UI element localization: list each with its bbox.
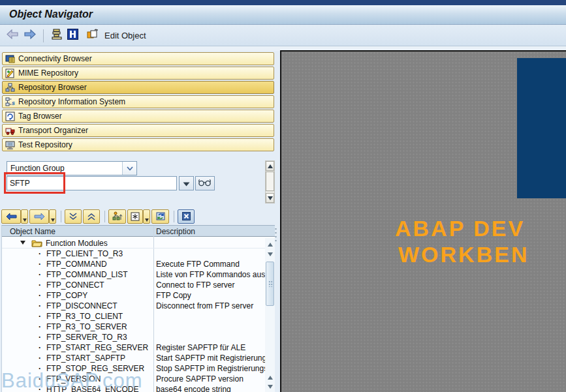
scroll-down-icon[interactable] [266,383,274,391]
table-header: Object Name Description [2,226,275,237]
splitter-handle[interactable] [274,227,277,244]
browser-button-transport[interactable]: Transport Organizer [2,124,274,137]
column-header-object-name[interactable]: Object Name [10,227,55,236]
value-help-button[interactable] [179,176,194,190]
table-row[interactable]: ·FTP_STOP_REG_SERVERStop SAPFTP im Regis… [2,363,275,374]
tree-forward-button[interactable] [29,209,49,224]
table-row[interactable]: ·HTTP_BASE64_ENCODEbase64 encode string [2,384,275,392]
object-name-cell[interactable]: FTP_COPY [46,291,152,300]
workbench-canvas: ABAP DEV WORKBEN [280,50,566,392]
forward-icon [34,213,45,220]
object-name-cell[interactable]: FTP_START_REG_SERVER [46,343,152,352]
tree-back-button[interactable] [1,209,21,224]
table-row[interactable]: ·FTP_R3_TO_SERVER [2,322,275,332]
hierarchy-button[interactable] [108,209,126,224]
object-name-cell[interactable]: FTP_CONNECT [46,280,152,290]
table-row[interactable]: ·FTP_SERVER_TO_R3 [2,332,275,342]
browser-button-label: MIME Repository [18,68,78,78]
collapse-all-icon [87,212,96,221]
object-name-cell[interactable]: FTP_COMMAND [46,260,152,269]
display-button[interactable] [195,176,215,190]
table-row[interactable]: ·FTP_VERSIONProcure SAPFTP version [2,374,275,384]
bullet-icon: · [39,291,41,300]
table-row[interactable]: ·FTP_CONNECTConnect to FTP server [2,280,275,290]
forward-icon[interactable] [24,29,36,42]
tree-group-row[interactable]: Function Modules [2,237,275,249]
close-browser-button[interactable] [178,209,195,224]
collapse-all-button[interactable] [83,209,100,224]
tree-scrollbar[interactable] [265,238,275,392]
annotation-highlight [4,172,65,194]
browser-button-label: Tag Browser [18,112,62,121]
table-row[interactable]: ·FTP_COPYFTP Copy [2,290,275,301]
collapse-caret-icon[interactable] [20,241,25,245]
object-name-cell[interactable]: FTP_COMMAND_LIST [46,270,152,279]
edit-object-icon[interactable] [87,29,99,42]
table-row[interactable]: ·FTP_COMMANDExecute FTP Command [2,259,275,269]
browser-button-repository-infosystem[interactable]: s Repository Information System [2,95,274,108]
toolbar-separator [174,211,174,222]
object-name-cell[interactable]: FTP_SERVER_TO_R3 [46,333,152,342]
tree-toolbar [1,207,275,225]
banner-text-line2: WORKBEN [398,242,529,267]
bullet-icon: · [39,301,41,310]
open-folder-icon [31,239,43,247]
history-icon[interactable] [67,29,78,42]
edit-object-button[interactable]: Edit Object [104,31,146,40]
scroll-up-icon[interactable] [266,241,274,249]
object-name-cell[interactable]: FTP_R3_TO_CLIENT [46,312,152,321]
scrollbar-thumb[interactable] [266,172,274,191]
refresh-icon [155,211,166,221]
scrollbar-thumb[interactable] [266,262,274,306]
table-row[interactable]: ·FTP_COMMAND_LISTListe von FTP Kommandos… [2,269,275,280]
object-name-cell[interactable]: HTTP_BASE64_ENCODE [46,385,152,392]
object-name-cell[interactable]: FTP_STOP_REG_SERVER [46,364,152,373]
description-cell: Execute FTP Command [156,260,265,269]
object-name-cell[interactable]: FTP_CLIENT_TO_R3 [46,249,152,258]
selector-scrollbar[interactable] [265,160,275,204]
table-row[interactable]: ·FTP_CLIENT_TO_R3 [2,249,275,259]
toolbar-separator [61,211,61,222]
close-icon [182,212,191,220]
description-cell: Liste von FTP Kommandos ausf [156,270,265,279]
column-header-description[interactable]: Description [156,227,195,236]
back-icon[interactable] [7,29,19,42]
bullet-icon: · [39,333,41,342]
tag-browser-icon [5,112,15,121]
browser-button-connectivity[interactable]: Connectivity Browser [2,52,274,65]
object-list-icon[interactable] [51,29,63,42]
object-name-cell[interactable]: FTP_DISCONNECT [46,301,152,310]
object-name-cell[interactable]: FTP_VERSION [46,374,152,384]
browser-button-tag[interactable]: Tag Browser [2,110,274,123]
object-name-cell[interactable]: FTP_START_SAPFTP [46,354,152,363]
refresh-button[interactable] [151,209,169,224]
expand-all-button[interactable] [65,209,82,224]
tree-back-dropdown[interactable] [21,209,28,224]
tree-forward-dropdown[interactable] [49,209,56,224]
scroll-up-icon[interactable] [266,374,274,382]
hierarchy-up-icon [112,211,123,221]
table-row[interactable]: ·FTP_DISCONNECTDisconnect from FTP serve… [2,301,275,311]
scroll-down-icon[interactable] [266,250,274,258]
group-label[interactable]: Function Modules [46,239,108,248]
object-name-cell[interactable]: FTP_R3_TO_SERVER [46,322,152,331]
page-title: Object Navigator [9,8,93,20]
table-row[interactable]: ·FTP_START_REG_SERVERRegister SAPFTP für… [2,342,275,353]
window-top-strip [0,0,566,5]
asterisk-dropdown[interactable] [143,209,150,224]
scroll-down-icon[interactable] [266,193,274,203]
description-cell: Connect to FTP server [156,280,265,290]
bullet-icon: · [39,249,41,258]
asterisk-button[interactable] [127,209,143,224]
table-row[interactable]: ·FTP_START_SAPFTPStart SAPFTP mit Regist… [2,353,275,363]
scroll-up-icon[interactable] [266,161,274,171]
transport-organizer-icon [5,126,15,136]
description-cell: Procure SAPFTP version [156,374,265,384]
table-row[interactable]: ·FTP_R3_TO_CLIENT [2,311,275,322]
browser-button-label: Test Repository [18,140,72,149]
browser-button-mime[interactable]: MIME Repository [2,67,274,80]
description-cell: Disconnect from FTP server [156,301,265,310]
dropdown-chevron-icon[interactable] [122,162,136,175]
browser-button-test[interactable]: Test Repository [2,138,274,151]
browser-button-repository[interactable]: Repository Browser [2,81,274,94]
